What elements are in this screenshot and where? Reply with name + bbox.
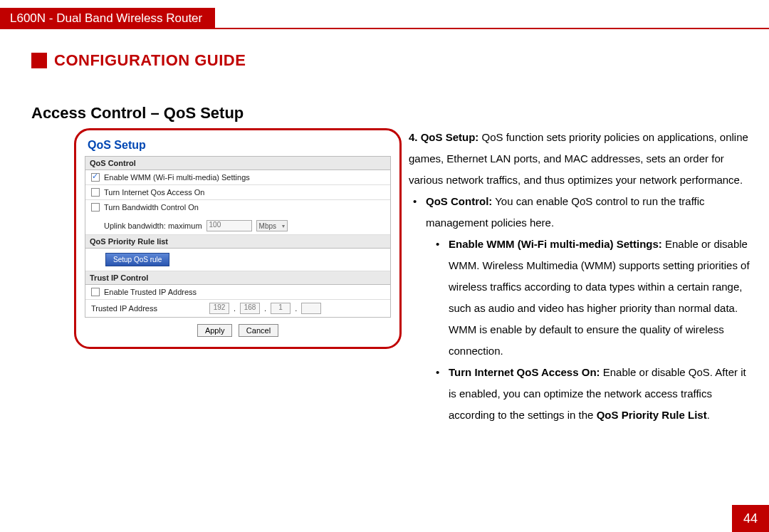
cancel-button[interactable]: Cancel [239,324,278,337]
section-row: CONFIGURATION GUIDE [31,51,246,70]
description-column: 4. QoS Setup: QoS function sets priority… [409,127,755,426]
screenshot-title: QoS Setup [88,139,391,152]
priority-row: Setup QoS rule [85,249,390,271]
b2b-tail-bold: QoS Priority Rule List [597,409,707,421]
uplink-input[interactable]: 100 [206,220,252,231]
trust-header: Trust IP Control [85,271,390,285]
bullet-internet-qos: Turn Internet QoS Access On: Enable or d… [409,362,755,426]
trust-enable-row: Enable Trusted IP Address [85,285,390,300]
section-marker-icon [31,53,47,68]
lead-number: 4. QoS Setup: [409,131,478,143]
internet-qos-checkbox[interactable] [91,188,100,197]
bandwidth-row: Turn Bandwidth Control On Uplink bandwid… [85,200,390,235]
priority-header: QoS Priority Rule list [85,235,390,249]
ip-octet-2[interactable]: 168 [240,303,260,314]
page-subheading: Access Control – QoS Setup [31,104,244,122]
wmm-label: Enable WMM (Wi-Fi multi-media) Settings [104,173,250,182]
bandwidth-checkbox[interactable] [91,203,100,212]
wmm-row: Enable WMM (Wi-Fi multi-media) Settings [85,170,390,185]
trust-ip-label: Trusted IP Address [91,304,205,313]
apply-button[interactable]: Apply [197,324,233,337]
chevron-down-icon: ▾ [282,223,285,229]
trust-ip-row: Trusted IP Address 192 . 168 . 1 . [85,300,390,317]
bullet-qos-control: QoS Control: You can enable QoS control … [409,191,755,234]
setup-qos-rule-button[interactable]: Setup QoS rule [105,253,169,266]
internet-qos-label: Turn Internet Qos Access On [104,188,204,197]
trust-enable-checkbox[interactable] [91,288,100,296]
lead-paragraph: 4. QoS Setup: QoS function sets priority… [409,127,755,191]
uplink-unit-select[interactable]: Mbps ▾ [256,220,288,231]
product-name: L600N - Dual Band Wireless Router [0,8,215,29]
page-number: 44 [732,505,769,532]
qos-control-header: QoS Control [85,157,390,170]
qos-panel: QoS Control Enable WMM (Wi-Fi multi-medi… [85,156,391,318]
internet-qos-row: Turn Internet Qos Access On [85,185,390,200]
uplink-unit-value: Mbps [259,222,276,230]
b2a-title: Enable WMM (Wi-Fi multi-media) Settings: [449,238,662,250]
screenshot-frame: QoS Setup QoS Control Enable WMM (Wi-Fi … [74,128,402,349]
trust-enable-label: Enable Trusted IP Address [104,288,197,296]
screenshot-column: QoS Setup QoS Control Enable WMM (Wi-Fi … [74,128,402,349]
b2b-tail-dot: . [707,409,710,421]
button-row: Apply Cancel [85,318,391,337]
wmm-checkbox[interactable] [91,173,100,182]
bandwidth-label: Turn Bandwidth Control On [104,203,199,212]
bullet-wmm: Enable WMM (Wi-Fi multi-media) Settings:… [409,234,755,362]
section-title: CONFIGURATION GUIDE [54,51,246,70]
b2a-text: Enable or disable WMM. Wireless Multimed… [449,238,750,357]
header-bar: L600N - Dual Band Wireless Router [0,8,769,29]
b1-title: QoS Control: [426,195,492,207]
ip-octet-1[interactable]: 192 [209,303,229,314]
ip-octet-4[interactable] [301,303,321,314]
ip-octet-3[interactable]: 1 [271,303,291,314]
page: L600N - Dual Band Wireless Router CONFIG… [0,0,769,532]
b2b-title: Turn Internet QoS Access On: [449,366,600,378]
uplink-label: Uplink bandwidth: maximum [104,221,202,230]
